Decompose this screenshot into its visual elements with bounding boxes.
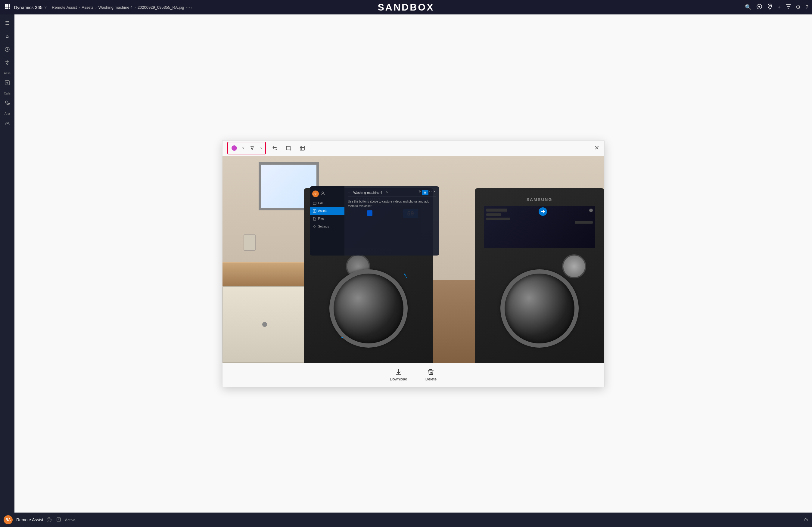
download-icon [395,368,402,376]
filter-chevron-button[interactable]: ∨ [259,143,264,153]
in-app-nav-assets[interactable]: Assets [310,207,345,215]
in-app-settings-label: Settings [318,225,329,228]
color-dot [232,145,237,151]
expand-button[interactable] [297,143,307,153]
sidebar-label-analytics: Ana [3,111,11,116]
filter-button[interactable]: ∇ [247,143,258,153]
page-icon[interactable] [56,517,61,523]
color-filter-group: ∨ ∇ ∨ [227,142,266,155]
annotation-square-1 [367,210,373,216]
in-app-content-text: Use the buttons above to capture videos … [348,199,436,208]
samsung-logo-right: SAMSUNG [526,197,552,202]
dryer-knob [562,254,586,278]
sidebar-home[interactable]: ⌂ [1,30,13,42]
in-app-next-icon[interactable]: › [431,190,432,195]
sidebar-analytics[interactable] [1,117,13,129]
sidebar-pinned[interactable] [1,57,13,69]
svg-point-10 [758,6,760,8]
location-icon[interactable] [767,4,772,11]
status-bar-badge [47,517,52,522]
main-content: ✕ ∨ ∇ ∨ [14,14,812,513]
annotation-arrow-bottom: ↑ [340,334,345,345]
in-app-close-icon[interactable]: ✕ [433,190,436,195]
svg-rect-3 [5,6,6,8]
modal-close-button[interactable]: ✕ [594,144,599,151]
breadcrumb: Remote Assist › Assets › Washing machine… [52,5,192,10]
chat-icon[interactable] [756,4,762,11]
in-app-nav-files[interactable]: Files [310,215,345,223]
in-app-nav: AP Cal [310,186,345,255]
sidebar-calls[interactable] [1,97,13,109]
download-button[interactable]: Download [390,368,407,381]
sidebar-assets[interactable] [1,77,13,89]
sidebar-label-calls: Calls [3,91,12,96]
in-app-edit-icon[interactable]: ✎ [386,191,388,194]
breadcrumb-sep-1: › [78,5,80,10]
svg-rect-7 [7,8,9,9]
svg-rect-8 [9,8,10,9]
delete-label: Delete [425,377,437,381]
undo-button[interactable] [270,143,280,153]
status-right-icon[interactable] [803,518,808,523]
sidebar-recent[interactable] [1,43,13,55]
photo-scene: SAMSUNG 59 [222,156,604,363]
download-label: Download [390,377,407,381]
breadcrumb-file[interactable]: 20200929_095355_RA.jpg [137,5,184,10]
svg-point-11 [769,5,770,6]
in-app-tab-controls: ↻ ▦ ‹ › ✕ [419,190,436,195]
in-app-cal-label: Cal [318,201,323,205]
add-icon[interactable]: + [778,4,781,11]
app-chevron[interactable]: ∨ [44,5,47,9]
svg-rect-0 [5,4,6,6]
in-app-back-icon[interactable]: ← [348,191,351,194]
color-chevron-button[interactable]: ∨ [241,143,246,153]
breadcrumb-machine[interactable]: Washing machine 4 [99,5,133,10]
in-app-refresh-icon[interactable]: ↻ [419,190,421,195]
breadcrumb-module[interactable]: Remote Assist [52,5,77,10]
status-bar-avatar: RA [4,515,13,524]
in-app-nav-settings[interactable]: Settings [310,223,345,231]
breadcrumb-assets[interactable]: Assets [82,5,93,10]
sandbox-title: SANDBOX [378,2,434,13]
in-app-tab-icon: ▦ [424,191,426,194]
image-display-area: SAMSUNG 59 [222,156,604,363]
in-app-prev-icon[interactable]: ‹ [429,190,430,195]
search-icon[interactable]: 🔍 [745,4,752,11]
annotation-circle-1[interactable] [539,207,547,216]
sidebar-hamburger[interactable]: ☰ [1,17,13,29]
svg-rect-2 [9,4,10,6]
svg-rect-14 [300,146,304,150]
app-logo[interactable]: Dynamics 365 ∨ [14,5,47,10]
in-app-title-text: Washing machine 4 [353,191,382,194]
svg-point-19 [48,518,50,521]
svg-rect-4 [7,6,9,8]
status-bar-right [803,517,808,523]
status-bar: RA Remote Assist Active [0,513,812,527]
breadcrumb-expand[interactable]: ⋯ › [186,5,192,10]
delete-icon [427,368,434,376]
status-bar-icons [56,517,61,523]
color-picker-button[interactable] [229,143,240,153]
in-app-files-label: Files [318,217,324,220]
in-app-title-bar: ← Washing machine 4 ✎ ↻ ▦ ‹ › [348,189,436,197]
modal-overlay: ✕ ∨ ∇ ∨ [14,14,812,513]
breadcrumb-sep-2: › [96,5,97,10]
svg-rect-5 [9,6,10,8]
help-icon[interactable]: ? [806,4,808,11]
svg-rect-16 [313,202,316,205]
in-app-active-tab[interactable]: ▦ [422,190,429,195]
grid-icon[interactable] [4,3,12,12]
in-app-header: AP [310,189,345,199]
filter-icon[interactable] [785,4,791,11]
delete-button[interactable]: Delete [425,368,437,381]
crop-button[interactable] [283,143,293,153]
settings-icon[interactable]: ⚙ [796,4,800,11]
dryer-door [501,269,579,348]
image-viewer-modal: ✕ ∨ ∇ ∨ [222,140,605,387]
top-nav-right-icons: 🔍 + ⚙ ? [745,4,808,11]
top-nav-bar: Dynamics 365 ∨ Remote Assist › Assets › … [0,0,812,14]
breadcrumb-sep-3: › [134,5,136,10]
in-app-user-icon [321,191,325,196]
in-app-nav-cal[interactable]: Cal [310,199,345,207]
cabinet-element [222,286,307,363]
